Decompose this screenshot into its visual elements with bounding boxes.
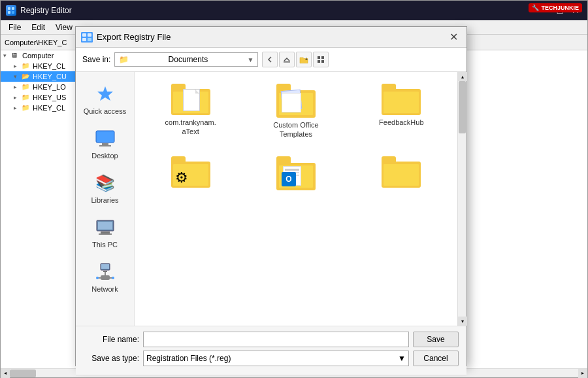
- folder-icon: 📁: [22, 62, 31, 70]
- gear-overlay-icon: ⚙: [175, 171, 188, 185]
- file-label-2: FeedbackHub: [379, 118, 424, 127]
- folder-icon: 📁: [22, 104, 31, 112]
- plain-folder-icon: [382, 156, 421, 188]
- cancel-button[interactable]: Cancel: [413, 351, 459, 366]
- save-in-label: Save in:: [82, 55, 110, 64]
- v-scroll-up[interactable]: ▴: [458, 72, 467, 81]
- quick-access-label: Quick access: [84, 107, 126, 115]
- filename-label: File name:: [84, 335, 139, 344]
- network-label: Network: [91, 285, 118, 293]
- svg-rect-16: [96, 131, 114, 143]
- saveas-value: Registration Files (*.reg): [146, 354, 231, 363]
- views-button[interactable]: [313, 52, 329, 67]
- filename-row: File name: Save: [84, 332, 459, 347]
- svg-rect-26: [103, 271, 107, 272]
- up-button[interactable]: [279, 52, 295, 67]
- libraries-label: Libraries: [91, 196, 118, 204]
- folder-gear-icon: ⚙: [171, 156, 210, 188]
- menu-edit[interactable]: Edit: [26, 22, 50, 33]
- new-folder-button[interactable]: +: [296, 52, 312, 67]
- svg-rect-5: [82, 33, 86, 37]
- saveas-row: Save as type: Registration Files (*.reg)…: [84, 351, 459, 366]
- v-scrollbar: ▴ ▾: [457, 72, 466, 326]
- nav-sidebar: Quick access Desktop 📚 Libraries: [76, 72, 135, 326]
- file-item-5[interactable]: [352, 151, 451, 198]
- menu-view[interactable]: View: [50, 22, 78, 33]
- registry-title-text: Registry Editor: [20, 6, 72, 15]
- libraries-icon: 📚: [95, 173, 116, 194]
- save-button[interactable]: Save: [413, 332, 459, 347]
- tree-arrow: ▸: [14, 63, 22, 69]
- svg-rect-2: [8, 11, 10, 14]
- svg-rect-11: [318, 56, 320, 59]
- file-label-1: Custom Office Templates: [270, 120, 322, 139]
- nav-desktop[interactable]: Desktop: [79, 123, 131, 165]
- tree-arrow: ▾: [14, 73, 22, 80]
- brand-icon: 🔧: [532, 5, 539, 11]
- svg-rect-18: [102, 143, 108, 145]
- custom-office-folder-icon: [276, 84, 316, 118]
- tree-hkey-2[interactable]: ▸ 📁 HKEY_LO: [1, 82, 78, 92]
- svg-point-31: [96, 277, 99, 279]
- file-label-0: com.trankynam.aText: [165, 118, 217, 137]
- v-scroll-track: [458, 81, 466, 317]
- desktop-label: Desktop: [91, 152, 118, 160]
- filename-input[interactable]: [143, 332, 409, 347]
- export-range: Export range All Selected branch: [76, 375, 466, 378]
- back-button[interactable]: [262, 52, 278, 67]
- nav-quick-access[interactable]: Quick access: [79, 78, 131, 120]
- dialog-titlebar: Export Registry File ✕: [76, 27, 466, 48]
- svg-text:+: +: [305, 57, 308, 61]
- folder-with-paper-icon: [171, 84, 210, 115]
- dialog-close-button[interactable]: ✕: [446, 30, 461, 44]
- nav-network[interactable]: Network: [79, 256, 131, 298]
- tree-arrow: ▾: [3, 52, 11, 59]
- dialog-toolbar: Save in: 📁 Documents ▼ +: [76, 48, 466, 72]
- svg-rect-13: [318, 60, 320, 63]
- folder-icon: 📁: [22, 83, 31, 91]
- menu-file[interactable]: File: [3, 22, 26, 33]
- file-item-4[interactable]: O: [246, 151, 345, 198]
- feedbackhub-folder-icon: [382, 84, 421, 115]
- tree-item-label: HKEY_CU: [33, 73, 67, 80]
- tree-hkey-3[interactable]: ▸ 📁 HKEY_US: [1, 92, 78, 103]
- saveas-dropdown[interactable]: Registration Files (*.reg) ▼: [143, 351, 409, 366]
- tree-item-label: HKEY_CL: [33, 104, 65, 112]
- tree-arrow: ▸: [14, 105, 22, 111]
- outlook-overlay-icon: O: [282, 172, 296, 186]
- file-item-3[interactable]: ⚙: [141, 151, 240, 198]
- desktop-icon: [95, 128, 116, 149]
- tree-computer[interactable]: ▾ 🖥 Computer: [1, 50, 78, 61]
- svg-rect-14: [321, 60, 324, 63]
- folder-icon: 📂: [22, 73, 31, 80]
- file-item-1[interactable]: Custom Office Templates: [246, 78, 345, 145]
- file-item-0[interactable]: com.trankynam.aText: [141, 78, 240, 145]
- tree-item-label: HKEY_LO: [33, 83, 66, 91]
- file-item-2[interactable]: FeedbackHub: [352, 78, 451, 145]
- v-scroll-down[interactable]: ▾: [458, 317, 467, 326]
- save-in-dropdown[interactable]: 📁 Documents ▼: [114, 52, 258, 67]
- v-scroll-thumb[interactable]: [459, 81, 466, 133]
- tree-hkey-1[interactable]: ▾ 📂 HKEY_CU: [1, 71, 78, 82]
- svg-rect-1: [12, 7, 14, 10]
- svg-rect-7: [82, 38, 86, 41]
- h-scroll-thumb[interactable]: [10, 369, 36, 377]
- folder-icon: 📁: [22, 94, 31, 101]
- tree-hkey-0[interactable]: ▸ 📁 HKEY_CL: [1, 61, 78, 71]
- h-scroll-left[interactable]: ◂: [1, 369, 10, 378]
- svg-rect-19: [99, 145, 111, 146]
- h-scroll-right[interactable]: ▸: [578, 369, 587, 378]
- saveas-arrow-icon: ▼: [398, 354, 406, 363]
- save-in-value: Documents: [169, 55, 208, 64]
- dialog-title: Export Registry File: [97, 32, 171, 42]
- tree-arrow: ▸: [14, 84, 22, 90]
- dialog-content: Quick access Desktop 📚 Libraries: [76, 72, 466, 326]
- svg-rect-25: [101, 264, 109, 269]
- nav-libraries[interactable]: 📚 Libraries: [79, 167, 131, 209]
- nav-this-pc[interactable]: This PC: [79, 212, 131, 254]
- brand-name: TECHJUNKIE: [541, 5, 579, 11]
- file-area: com.trankynam.aText Custom Office Templa…: [135, 72, 457, 326]
- network-icon: [95, 262, 116, 283]
- tree-hkey-4[interactable]: ▸ 📁 HKEY_CL: [1, 103, 78, 113]
- dropdown-arrow-icon: ▼: [247, 56, 253, 63]
